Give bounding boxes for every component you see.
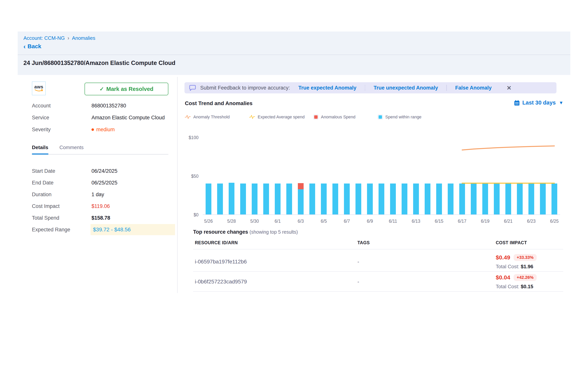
y-axis-tick: $50 (180, 173, 198, 179)
severity-row: Severity medium (32, 126, 174, 133)
y-axis-tick: $100 (180, 134, 198, 141)
end-date-row: End Date 06/25/2025 (32, 179, 174, 186)
breadcrumb-chevron-icon: › (68, 35, 69, 41)
chat-bubble-icon (189, 84, 196, 91)
breadcrumb-account-link[interactable]: Account: CCM-NG (24, 35, 65, 41)
date-range-selector[interactable]: Last 30 days ▼ (514, 100, 564, 106)
total-cost-line: Total Cost: $0.15 (496, 284, 533, 290)
caret-down-icon: ▼ (559, 100, 564, 106)
feedback-option-false[interactable]: False Anomaly (447, 85, 500, 91)
breadcrumb-anomalies-link[interactable]: Anomalies (72, 35, 95, 41)
end-date-label: End Date (32, 179, 54, 186)
header-band: Account: CCM-NG › Anomalies ‹ Back 24 Ju… (18, 32, 570, 75)
cost-impact-cell: $0.04 +42.26% (496, 274, 537, 281)
spend-within-range-swatch-icon (378, 115, 382, 119)
x-axis-tick: 6/25 (546, 219, 563, 224)
calendar-icon (514, 100, 520, 106)
legend-item-expected-average: Expected Average spend (249, 114, 314, 120)
change-percent-badge: +42.26% (514, 274, 536, 281)
feedback-bar: Submit Feedback to improve accuracy: Tru… (184, 82, 556, 94)
cost-trend-chart: 5/265/285/306/16/36/56/76/96/116/136/156… (203, 134, 560, 215)
back-label: Back (28, 43, 41, 50)
cost-impact-label: Cost Impact (32, 202, 60, 210)
date-range-label: Last 30 days (522, 100, 556, 106)
anomaly-threshold-line-icon (185, 114, 190, 120)
column-header-cost-impact: COST IMPACT (496, 240, 527, 246)
cost-impact-row: Cost Impact $119.06 (32, 202, 174, 210)
service-value: Amazon Elastic Compute Cloud (92, 114, 165, 122)
x-axis-tick: 5/30 (246, 219, 263, 224)
total-spend-label: Total Spend (32, 214, 60, 222)
cost-impact-cell: $0.49 +33.33% (496, 254, 537, 261)
legend-item-anomalous-spend: Anomalous Spend (314, 114, 378, 120)
anomaly-threshold-line (462, 146, 554, 150)
close-icon[interactable]: ✕ (506, 84, 511, 91)
service-label: Service (32, 114, 49, 122)
panel-divider (177, 77, 178, 293)
start-date-value: 06/24/2025 (92, 167, 118, 175)
cost-impact-amount: $0.04 (496, 274, 510, 281)
resources-table-title: Top resource changes (showing top 5 resu… (193, 229, 298, 235)
start-date-label: Start Date (32, 167, 55, 175)
feedback-option-true-unexpected[interactable]: True unexpected Anomaly (365, 85, 446, 91)
x-axis-tick: 6/7 (338, 219, 356, 224)
chart-legend: Anomaly Threshold Expected Average spend… (185, 114, 442, 120)
tags-value: - (358, 259, 359, 265)
column-header-resource-id: RESOURCE ID/ARN (195, 240, 238, 246)
mark-resolved-button[interactable]: ✓ Mark as Resolved (84, 83, 168, 95)
tab-active-indicator (32, 154, 48, 154)
x-axis-tick: 6/19 (476, 219, 494, 224)
expected-range-row: Expected Range $39.72 - $48.56 (32, 226, 174, 234)
feedback-option-true-expected[interactable]: True expected Anomaly (290, 85, 365, 91)
x-axis-tick: 5/26 (200, 219, 217, 224)
tab-details[interactable]: Details (32, 144, 48, 154)
x-axis-tick: 6/15 (430, 219, 448, 224)
legend-label: Expected Average spend (258, 114, 304, 120)
total-cost-label: Total Cost: (496, 284, 520, 290)
y-axis-tick: $0 (180, 212, 198, 218)
expected-average-line-icon (249, 114, 255, 120)
detail-tabs: Details Comments (32, 144, 84, 154)
end-date-value: 06/25/2025 (92, 179, 118, 186)
column-header-tags: TAGS (358, 240, 370, 246)
x-axis-tick: 5/28 (223, 219, 240, 224)
start-date-row: Start Date 06/24/2025 (32, 167, 174, 175)
legend-item-spend-within-range: Spend within range (378, 114, 442, 120)
mark-resolved-label: Mark as Resolved (106, 86, 153, 92)
tab-comments[interactable]: Comments (60, 144, 84, 154)
severity-badge: medium (92, 126, 115, 133)
severity-value: medium (96, 126, 115, 133)
total-cost-label: Total Cost: (496, 264, 520, 270)
back-chevron-icon: ‹ (24, 44, 26, 49)
x-axis-tick: 6/17 (454, 219, 471, 224)
back-button[interactable]: ‹ Back (24, 43, 41, 50)
aws-smile-icon (34, 89, 43, 92)
x-axis-tick: 6/9 (361, 219, 378, 224)
severity-label: Severity (32, 126, 51, 133)
expected-range-value: $39.72 - $48.56 (93, 226, 131, 234)
aws-logo: aws (32, 82, 46, 95)
resource-id[interactable]: i-0b6f257223cad9579 (195, 279, 247, 285)
x-axis-tick: 6/23 (523, 219, 540, 224)
cost-impact-amount: $0.49 (496, 254, 510, 261)
feedback-prompt: Submit Feedback to improve accuracy: (200, 85, 290, 91)
account-label: Account (32, 102, 51, 110)
table-divider (193, 291, 563, 292)
breadcrumb: Account: CCM-NG › Anomalies (24, 35, 95, 41)
expected-range-highlight: $39.72 - $48.56 (90, 224, 175, 235)
chart-title: Cost Trend and Anomalies (185, 100, 252, 106)
cost-impact-value: $119.06 (92, 202, 110, 210)
account-value: 868001352780 (92, 102, 126, 110)
x-axis-tick: 6/13 (407, 219, 425, 224)
duration-row: Duration 1 day (32, 190, 174, 198)
change-percent-badge: +33.33% (514, 254, 536, 261)
aws-logo-text: aws (34, 84, 44, 89)
resource-id[interactable]: i-06597ba197fe112b6 (195, 259, 247, 265)
severity-dot-icon (92, 128, 94, 131)
total-cost-value: $0.15 (521, 284, 533, 290)
duration-label: Duration (32, 190, 52, 198)
expected-range-label: Expected Range (32, 226, 70, 234)
table-divider (193, 271, 563, 272)
tabs-rule (32, 154, 168, 154)
anomalous-spend-swatch-icon (314, 115, 318, 119)
